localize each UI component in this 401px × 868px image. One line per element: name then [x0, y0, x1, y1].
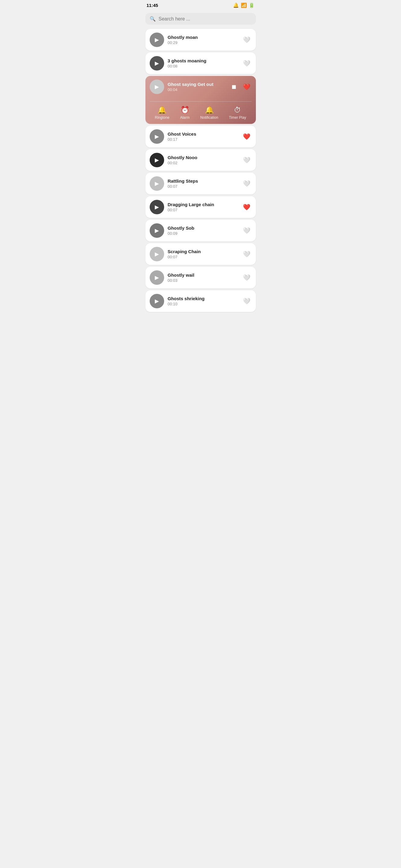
track-name: Ghostly Sob	[168, 225, 238, 230]
track-thumbnail: ▶	[150, 294, 164, 308]
play-icon: ▶	[155, 133, 159, 140]
track-info: Ghostly wail 00:03	[168, 273, 238, 283]
favorite-button[interactable]: 🤍	[242, 249, 252, 259]
track-name: Dragging Large chain	[168, 202, 238, 207]
track-thumbnail: ▶	[150, 247, 164, 261]
track-thumbnail: ▶	[150, 129, 164, 144]
stop-button[interactable]: ⏹	[230, 82, 238, 92]
track-name: Ghostly Nooo	[168, 155, 238, 160]
track-thumbnail: ▶	[150, 223, 164, 238]
track-name: Ghost saying Get out	[168, 82, 226, 87]
track-thumbnail: ▶	[150, 176, 164, 191]
track-duration: 00:07	[168, 255, 238, 259]
track-duration: 00:03	[168, 278, 238, 283]
track-name: Ghost Voices	[168, 131, 238, 136]
wifi-icon: 📶	[241, 2, 247, 8]
favorite-button[interactable]: 🤍	[242, 273, 252, 282]
ringtone-label: Ringtone	[155, 116, 169, 120]
favorite-button[interactable]: ❤️	[242, 132, 252, 141]
search-bar[interactable]: 🔍	[145, 13, 256, 25]
ringtone-icon: 🔔	[157, 106, 167, 114]
control-timer-play[interactable]: ⏱ Timer Play	[229, 106, 246, 120]
track-info: Dragging Large chain 00:07	[168, 202, 238, 212]
track-duration: 00:29	[168, 40, 238, 45]
track-thumbnail: ▶	[150, 200, 164, 214]
search-icon: 🔍	[150, 16, 156, 22]
notification-icon: 🔔	[205, 106, 214, 114]
control-alarm[interactable]: ⏰ Alarm	[180, 106, 190, 120]
alarm-icon: ⏰	[180, 106, 190, 114]
track-card[interactable]: ▶ Ghost Voices 00:17 ❤️	[145, 126, 256, 147]
track-name: 3 ghosts moaning	[168, 58, 238, 63]
status-bar: 11:45 🔔 📶 🔋	[142, 0, 259, 10]
track-card[interactable]: ▶ Ghostly Nooo 00:02 🤍	[145, 149, 256, 171]
track-thumbnail: ▶	[150, 80, 164, 94]
track-info: Ghost Voices 00:17	[168, 131, 238, 142]
favorite-button[interactable]: 🤍	[242, 59, 252, 68]
favorite-button[interactable]: 🤍	[242, 35, 252, 44]
timer-play-icon: ⏱	[234, 106, 241, 114]
track-name: Ghosts shrieking	[168, 296, 238, 301]
battery-icon: 🔋	[249, 2, 255, 8]
track-duration: 00:04	[168, 87, 226, 92]
track-card[interactable]: ▶ Ghosts shrieking 00:10 🤍	[145, 290, 256, 312]
track-name: Rattling Steps	[168, 179, 238, 184]
play-icon: ▶	[155, 60, 159, 67]
track-info: Ghostly Nooo 00:02	[168, 155, 238, 165]
search-input[interactable]	[159, 16, 252, 22]
track-name: Scraping Chain	[168, 249, 238, 254]
track-info: Ghost saying Get out 00:04	[168, 82, 226, 92]
favorite-button[interactable]: ❤️	[242, 82, 252, 92]
track-card[interactable]: ▶ Ghostly moan 00:29 🤍	[145, 29, 256, 51]
track-info: Rattling Steps 00:07	[168, 179, 238, 189]
track-card[interactable]: ▶ Dragging Large chain 00:07 ❤️	[145, 196, 256, 218]
status-icons: 🔔 📶 🔋	[233, 2, 255, 8]
control-ringtone[interactable]: 🔔 Ringtone	[155, 106, 169, 120]
track-list: ▶ Ghostly moan 00:29 🤍 ▶ 3 ghosts moanin…	[142, 27, 259, 314]
track-duration: 00:10	[168, 302, 238, 306]
favorite-button[interactable]: ❤️	[242, 202, 252, 212]
track-name: Ghostly moan	[168, 35, 238, 40]
track-duration: 00:07	[168, 208, 238, 212]
play-icon: ▶	[155, 84, 159, 90]
track-card[interactable]: ▶ Scraping Chain 00:07 🤍	[145, 243, 256, 265]
track-info: 3 ghosts moaning 00:08	[168, 58, 238, 68]
favorite-button[interactable]: 🤍	[242, 179, 252, 188]
favorite-button[interactable]: 🤍	[242, 155, 252, 165]
track-card[interactable]: ▶ Ghostly wail 00:03 🤍	[145, 267, 256, 288]
track-card[interactable]: ▶ Ghostly Sob 00:09 🤍	[145, 220, 256, 241]
playback-controls: 🔔 Ringtone ⏰ Alarm 🔔 Notification	[150, 101, 252, 124]
control-notification[interactable]: 🔔 Notification	[200, 106, 218, 120]
track-duration: 00:17	[168, 137, 238, 142]
track-card[interactable]: ▶ 3 ghosts moaning 00:08 🤍	[145, 53, 256, 74]
alarm-label: Alarm	[180, 116, 190, 120]
track-name: Ghostly wail	[168, 273, 238, 278]
track-thumbnail: ▶	[150, 56, 164, 70]
status-time: 11:45	[147, 3, 158, 8]
track-thumbnail: ▶	[150, 33, 164, 47]
track-thumbnail: ▶	[150, 270, 164, 285]
track-info: Ghosts shrieking 00:10	[168, 296, 238, 306]
play-icon: ▶	[155, 251, 159, 257]
notification-icon: 🔔	[233, 2, 239, 8]
play-icon: ▶	[155, 157, 159, 163]
track-duration: 00:08	[168, 64, 238, 68]
track-duration: 00:09	[168, 231, 238, 236]
favorite-button[interactable]: 🤍	[242, 226, 252, 236]
favorite-button[interactable]: 🤍	[242, 296, 252, 306]
track-info: Ghostly moan 00:29	[168, 35, 238, 45]
track-duration: 00:02	[168, 161, 238, 165]
play-icon: ▶	[155, 36, 159, 43]
play-icon: ▶	[155, 274, 159, 281]
track-card[interactable]: ▶ Rattling Steps 00:07 🤍	[145, 173, 256, 194]
play-icon: ▶	[155, 204, 159, 210]
notification-label: Notification	[200, 116, 218, 120]
play-icon: ▶	[155, 227, 159, 234]
play-icon: ▶	[155, 180, 159, 187]
track-thumbnail: ▶	[150, 153, 164, 167]
page-container: 11:45 🔔 📶 🔋 🔍 ▶ Ghostly moan 00:29 🤍 ▶	[142, 0, 259, 320]
track-info: Scraping Chain 00:07	[168, 249, 238, 259]
play-icon: ▶	[155, 298, 159, 304]
timer-play-label: Timer Play	[229, 116, 246, 120]
track-card-active[interactable]: ▶ Ghost saying Get out 00:04 ⏹ ❤️ 🔔 Ring…	[145, 76, 256, 124]
